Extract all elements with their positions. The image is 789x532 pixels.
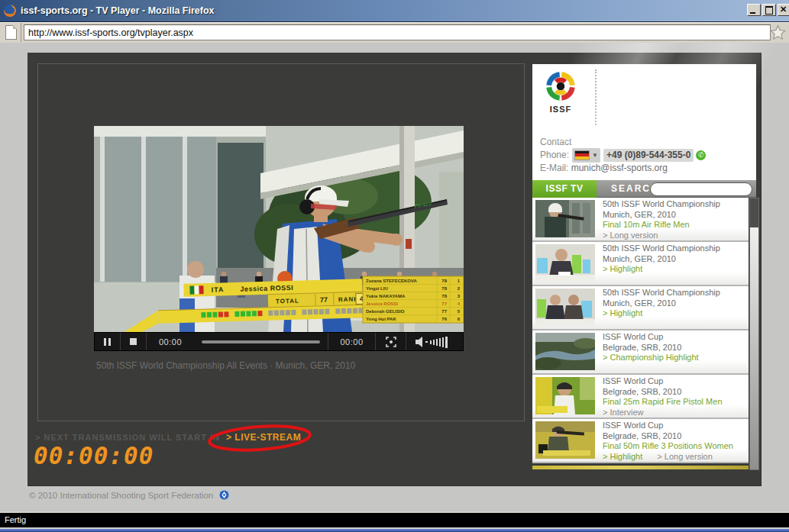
total-label: TOTAL	[276, 298, 299, 305]
svg-text:78: 78	[441, 279, 447, 283]
video-list-item[interactable]: ISSF World Cup Belgrade, SRB, 2010 > Cha…	[532, 330, 749, 375]
scoreboard-athlete: Jessica ROSSI	[240, 284, 293, 293]
progress-track	[202, 340, 320, 343]
search-input[interactable]	[651, 185, 768, 194]
video-link[interactable]: > Championship Highlight	[603, 353, 699, 362]
bookmark-star-icon[interactable]	[770, 24, 786, 40]
scoreboard-country: ITA	[211, 285, 224, 293]
maximize-button[interactable]	[762, 4, 776, 16]
video-event: Final 25m Rapid Fire Pistol Men	[603, 397, 745, 408]
video-title: ISSF World Cup	[603, 332, 745, 343]
time-total: 00:00	[328, 333, 376, 350]
email-address[interactable]: munich@issf-sports.org	[571, 162, 668, 175]
video-thumbnail[interactable]	[535, 421, 595, 459]
svg-text:77: 77	[441, 309, 447, 314]
video-subtitle: Belgrade, SRB, 2010	[603, 387, 745, 398]
video-thumbnail[interactable]	[535, 333, 595, 370]
video-frame: Perazzi	[94, 126, 464, 332]
url-input[interactable]	[24, 24, 771, 40]
video-list-item[interactable]: ISSF World Cup Belgrade, SRB, 2010 Final…	[532, 419, 749, 463]
video-subtitle: Belgrade, SRB, 2010	[603, 431, 745, 442]
video-title: 50th ISSF World Championship	[603, 288, 745, 298]
contact-block: Contact Phone: ▼ +49 (0)89-544-355-0 ✆ E…	[540, 136, 706, 175]
browser-toolbar	[0, 22, 789, 44]
window-title: issf-sports.org - TV Player - Mozilla Fi…	[21, 5, 215, 16]
video-title: 50th ISSF World Championship	[603, 243, 745, 254]
video-thumbnail[interactable]	[535, 377, 595, 414]
tab-issf-tv[interactable]: ISSF TV	[532, 180, 597, 198]
video-link[interactable]: > Highlight	[603, 308, 642, 318]
stop-button[interactable]	[121, 333, 147, 350]
video-link[interactable]: > Long version	[603, 231, 658, 240]
transmission-label: > NEXT TRANSMISSION WILL START IN	[35, 433, 220, 442]
video-subtitle: Munich, GER, 2010	[603, 298, 745, 309]
video-list-item[interactable]: 50th ISSF World Championship Munich, GER…	[532, 286, 749, 330]
fullscreen-icon	[386, 337, 396, 347]
video-event: Final 10m Air Rifle Men	[603, 220, 745, 231]
player-container: Perazzi	[37, 63, 525, 421]
video-player[interactable]: Perazzi	[94, 126, 464, 332]
page-content: Perazzi	[0, 43, 789, 511]
volume-icon	[416, 336, 454, 348]
phone-label: Phone:	[540, 149, 569, 162]
video-subtitle: Munich, GER, 2010	[603, 210, 745, 221]
close-button[interactable]: ✕	[778, 4, 789, 16]
video-link[interactable]: > Interview	[603, 408, 644, 417]
pause-icon	[104, 338, 111, 346]
volume-control[interactable]	[406, 333, 463, 350]
video-thumbnail[interactable]	[535, 289, 595, 326]
video-title: ISSF World Cup	[603, 421, 745, 431]
copyright-text: © 2010 International Shooting Sport Fede…	[29, 491, 213, 500]
svg-text:78: 78	[441, 286, 447, 291]
svg-text:Yong Hui PAK: Yong Hui PAK	[366, 317, 396, 321]
video-link[interactable]: > Highlight	[603, 452, 642, 461]
time-current: 00:00	[147, 333, 194, 350]
status-text: Fertig	[5, 515, 26, 524]
document-icon	[5, 25, 17, 40]
fullscreen-button[interactable]	[376, 333, 406, 350]
issf-logo-icon	[541, 69, 580, 105]
maximize-icon	[765, 6, 773, 15]
phone-number[interactable]: +49 (0)89-544-355-0	[603, 149, 694, 162]
svg-text:Yingzi LIU: Yingzi LIU	[366, 286, 388, 291]
language-flag-dropdown[interactable]: ▼	[572, 148, 600, 163]
video-subtitle: Munich, GER, 2010	[603, 254, 745, 265]
video-link[interactable]: > Long version	[657, 452, 712, 461]
video-link[interactable]: > Highlight	[603, 264, 642, 273]
svg-text:Deborah GELISIO: Deborah GELISIO	[366, 309, 405, 314]
info-icon[interactable]	[219, 490, 229, 500]
status-bar: Fertig	[0, 511, 789, 532]
minimize-icon	[750, 12, 755, 14]
firefox-icon	[3, 4, 17, 18]
divider	[595, 69, 597, 125]
video-caption: 50th ISSF World Championship All Events …	[96, 360, 355, 371]
list-scrollbar[interactable]	[749, 198, 759, 470]
video-list-item[interactable]: 50th ISSF World Championship Munich, GER…	[532, 242, 749, 286]
live-stream-link[interactable]: > LIVE-STREAM	[226, 432, 301, 443]
scrollbar-thumb[interactable]	[750, 198, 758, 227]
svg-text:Zuzana STEFECEKOVA: Zuzana STEFECEKOVA	[366, 279, 418, 283]
sidebar-header: ISSF Contact Phone: ▼ +49 (0)89-544-355-…	[532, 64, 756, 180]
skype-call-icon[interactable]: ✆	[696, 150, 706, 160]
pause-button[interactable]	[95, 333, 121, 350]
search-box	[650, 182, 752, 196]
page-icon-button[interactable]	[0, 23, 21, 42]
window-titlebar: issf-sports.org - TV Player - Mozilla Fi…	[0, 0, 789, 22]
stop-icon	[130, 338, 137, 345]
player-controls: 00:00 00:00	[94, 332, 464, 351]
video-list-item[interactable]: ISSF World Cup Belgrade, SRB, 2010 Final…	[532, 375, 749, 419]
german-flag-icon	[574, 150, 590, 160]
video-title: 50th ISSF World Championship	[603, 199, 745, 210]
contact-heading: Contact	[540, 136, 706, 149]
minimize-button[interactable]	[747, 4, 761, 16]
email-label: E-Mail:	[540, 162, 568, 175]
total-value: 77	[320, 296, 328, 304]
video-subtitle: Belgrade, SRB, 2010	[603, 343, 745, 353]
svg-text:78: 78	[441, 294, 447, 298]
video-thumbnail[interactable]	[535, 244, 595, 282]
video-list-item[interactable]: 50th ISSF World Championship Munich, GER…	[532, 198, 749, 242]
video-list: 50th ISSF World Championship Munich, GER…	[532, 198, 749, 469]
video-thumbnail[interactable]	[535, 200, 595, 237]
video-list-item-partial	[532, 466, 749, 469]
progress-bar[interactable]	[194, 333, 328, 350]
